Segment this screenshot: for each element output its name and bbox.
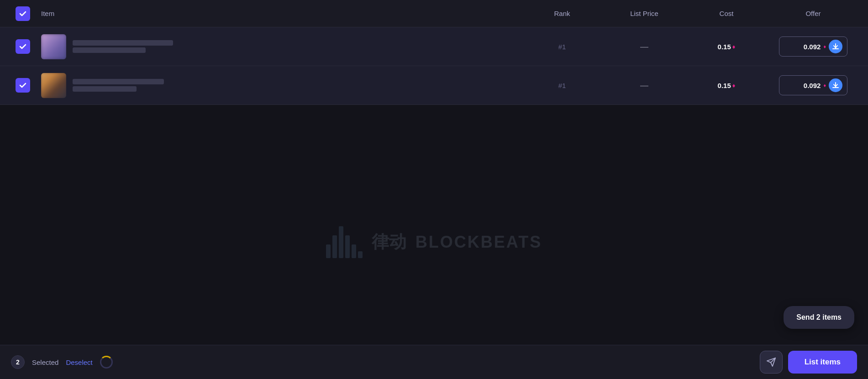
row-1-checkbox[interactable]: [16, 39, 30, 54]
row-2-offer-eth-icon: ♦: [823, 83, 826, 88]
bottom-bar: 2 Selected Deselect List items: [0, 345, 868, 379]
row-2-thumbnail: [41, 73, 66, 98]
row-2-eth-icon: ♦: [732, 82, 736, 89]
row-1-cost: 0.15 ♦: [685, 43, 768, 51]
watermark-chinese-text: 律动: [372, 230, 406, 254]
select-all-checkbox[interactable]: [16, 6, 30, 21]
table-row: #1 — 0.15 ♦ 0.092 ♦: [0, 66, 868, 105]
row-1-name-block: [73, 40, 173, 53]
row-1-cost-value: 0.15: [718, 43, 731, 51]
header-offer-label: Offer: [768, 10, 859, 17]
row-1-offer-value: 0.092: [784, 43, 821, 51]
row-1-thumbnail: [41, 34, 66, 59]
row-1-name-line-1: [73, 40, 173, 46]
selected-label: Selected: [32, 358, 58, 366]
row-1-name-line-2: [73, 47, 146, 53]
row-2-checkbox-col: [9, 78, 37, 93]
list-items-button[interactable]: List items: [788, 351, 857, 374]
table-row: #1 — 0.15 ♦ 0.092 ♦: [0, 27, 868, 66]
selected-count-badge: 2: [11, 355, 25, 369]
row-1-item: [37, 34, 521, 59]
row-2-cost: 0.15 ♦: [685, 82, 768, 89]
table-header: Item Rank List Price Cost Offer: [0, 0, 868, 27]
row-2-name-line-2: [73, 86, 137, 92]
bottom-right: List items: [760, 351, 857, 374]
watermark: 律动 BLOCKBEATS: [0, 105, 868, 379]
row-1-eth-icon: ♦: [732, 43, 736, 50]
row-1-offer-col: 0.092 ♦: [768, 36, 859, 57]
send-items-button[interactable]: Send 2 items: [784, 306, 854, 329]
header-item-label: Item: [37, 10, 521, 17]
header-rank-label: Rank: [521, 10, 603, 17]
deselect-button[interactable]: Deselect: [66, 358, 92, 366]
row-2-download-button[interactable]: [829, 78, 842, 92]
row-2-checkbox[interactable]: [16, 78, 30, 93]
row-2-rank: #1: [521, 82, 603, 89]
row-1-offer-box[interactable]: 0.092 ♦: [779, 36, 847, 57]
header-listprice-label: List Price: [603, 10, 685, 17]
row-2-listprice: —: [603, 81, 685, 90]
row-1-offer-eth-icon: ♦: [823, 44, 826, 49]
row-1-download-button[interactable]: [829, 40, 842, 53]
loading-spinner: [100, 356, 113, 369]
row-2-name-line-1: [73, 79, 164, 84]
row-2-cost-value: 0.15: [718, 82, 731, 89]
send-icon-button[interactable]: [760, 351, 783, 374]
row-2-name-block: [73, 79, 164, 92]
row-2-offer-box[interactable]: 0.092 ♦: [779, 75, 847, 95]
row-2-offer-value: 0.092: [784, 82, 821, 89]
row-2-offer-col: 0.092 ♦: [768, 75, 859, 95]
row-2-item: [37, 73, 521, 98]
row-1-rank: #1: [521, 43, 603, 51]
row-1-listprice: —: [603, 42, 685, 52]
watermark-bars: [326, 226, 363, 258]
row-1-checkbox-col: [9, 39, 37, 54]
header-checkbox-col: [9, 6, 37, 21]
header-cost-label: Cost: [685, 10, 768, 17]
bottom-left: 2 Selected Deselect: [11, 355, 113, 369]
watermark-text: BLOCKBEATS: [416, 233, 542, 252]
